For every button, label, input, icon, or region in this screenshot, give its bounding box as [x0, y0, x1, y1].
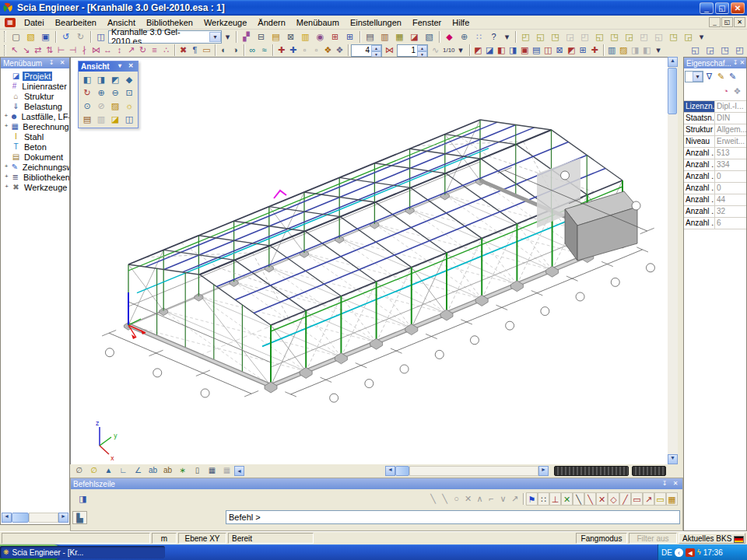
join-members-icon[interactable]: ⋈ — [90, 44, 102, 57]
half-right-icon[interactable]: ◑ — [230, 44, 241, 57]
hscroll-left-icon[interactable]: ◄ — [385, 466, 395, 476]
member-op-7-icon[interactable]: ◫ — [542, 44, 554, 57]
Belastung[interactable]: ⇓ Belastung — [1, 101, 69, 111]
properties-pin-icon[interactable]: ↧ — [733, 59, 738, 68]
viewport-3d-model[interactable]: zyx — [70, 57, 668, 464]
endpoint-snap-icon[interactable]: ╲ — [573, 492, 584, 506]
ucs-window-icon[interactable]: ◫ — [122, 113, 136, 126]
member-op-6-icon[interactable]: ▤ — [531, 44, 542, 57]
table-window2-icon[interactable]: ⊞ — [342, 30, 357, 44]
combobox-caret-icon[interactable]: ▾ — [209, 32, 221, 42]
window-cascade-2-icon[interactable]: ◲ — [703, 44, 717, 57]
mirror-icon[interactable]: ↔ — [102, 44, 114, 57]
extend-icon[interactable]: ⊣ — [67, 44, 79, 57]
new-document-icon[interactable]: ▢ — [9, 30, 23, 44]
tree-expander[interactable]: + — [3, 184, 10, 191]
rotate-icon[interactable]: ↻ — [137, 44, 149, 57]
load-panel-icon[interactable]: ▥ — [606, 44, 618, 57]
Menübaum[interactable]: Menübaum — [291, 16, 345, 29]
cursor-flag-icon[interactable]: ⚑ — [526, 492, 538, 506]
window-cascade-1-icon[interactable]: ◱ — [688, 44, 703, 57]
palette-close-icon[interactable]: ✕ — [126, 62, 135, 71]
plate-tool-1-icon[interactable]: ◰ — [518, 30, 533, 44]
panels-caret[interactable]: ▾ — [653, 44, 665, 57]
scroll-right-icon[interactable]: ► — [58, 513, 68, 523]
status-snap-mode[interactable]: Fangmodus — [576, 533, 627, 544]
plate-tool-5-icon[interactable]: ◰ — [577, 30, 592, 44]
prop-pencil-icon[interactable]: ✎ — [727, 70, 738, 83]
plate-tool-8-icon[interactable]: ◲ — [622, 30, 637, 44]
plate-tool-9-icon[interactable]: ◰ — [637, 30, 651, 44]
hatch-tool-icon[interactable]: ⋈ — [382, 44, 397, 57]
tree-hscrollbar[interactable]: ◄ ► — [2, 513, 68, 523]
collapse-left-icon[interactable]: ◄ — [234, 466, 244, 476]
plate-tool-10-icon[interactable]: ◱ — [651, 30, 666, 44]
property-row[interactable]: Struktur Allgem... — [684, 124, 746, 136]
Stahl[interactable]: Ⅰ Stahl — [1, 131, 69, 142]
export-document-icon[interactable]: ▧ — [422, 30, 437, 44]
viewport-3d[interactable]: zyx Ansicht ▾ ✕ ◧◨◩◆↻⊕⊖⊡⊙⊘▨☼▤▥◪◫ — [70, 57, 668, 464]
view-xz-icon[interactable]: ◧ — [80, 73, 94, 86]
vscroll-thumb[interactable] — [668, 68, 677, 114]
viewport-vscrollbar[interactable]: ▲ ▼ — [668, 57, 678, 464]
half-left-icon[interactable]: ◐ — [218, 44, 230, 57]
prop-pen-icon[interactable]: ✎ — [715, 70, 727, 83]
tree-expander[interactable] — [3, 82, 9, 89]
align-icon[interactable]: ≡ — [149, 44, 160, 57]
properties-combo-caret[interactable]: ▾ — [693, 72, 703, 82]
Ändern[interactable]: Ändern — [252, 16, 290, 29]
command-tab-icon[interactable]: ▙ — [72, 511, 87, 524]
connect-members-icon[interactable]: ⇄ — [32, 44, 44, 57]
open-drawing-icon[interactable]: ▨ — [618, 44, 630, 57]
restore-button[interactable]: ◱ — [715, 2, 729, 14]
approx-connect-icon[interactable]: ≈ — [258, 44, 270, 57]
member-person-icon[interactable]: ¶ — [189, 44, 201, 57]
Werkzeuge[interactable]: + ✖ Werkzeuge — [1, 182, 69, 192]
view-axo-icon[interactable]: ◆ — [122, 73, 136, 86]
edge-snap-icon[interactable]: ╱ — [619, 492, 631, 506]
steps-spinner[interactable]: 1▲▼ — [397, 44, 428, 57]
tree-expander[interactable]: + — [3, 113, 9, 120]
plate-caret[interactable]: ▾ — [696, 30, 707, 44]
labels-abc-solid-icon[interactable]: ab — [160, 464, 175, 478]
dimension-lines-icon[interactable]: ∠ — [131, 464, 146, 478]
viewport-hscrollbar[interactable]: ◄ ► — [385, 466, 549, 476]
rendered-icon[interactable]: ∅ — [86, 464, 101, 478]
property-row[interactable]: Anzahl ... 334 — [684, 159, 746, 171]
toolbar-grip[interactable] — [4, 31, 6, 42]
property-row[interactable]: Anzahl ... 44 — [684, 194, 746, 206]
ghost-4-icon[interactable]: ◧ — [641, 44, 653, 57]
status-filter[interactable]: Filter aus — [629, 533, 677, 544]
prop-filter-icon[interactable]: ∇ — [703, 70, 715, 83]
render-icon[interactable]: ◉ — [313, 30, 328, 44]
gallery-icon[interactable]: ▦ — [392, 30, 407, 44]
plate-tool-4-icon[interactable]: ◲ — [563, 30, 577, 44]
clipboard-shape-icon[interactable]: ◆ — [442, 30, 457, 44]
zoom-window-icon[interactable]: ⊡ — [122, 86, 136, 100]
plane-snap-icon[interactable]: ▭ — [631, 492, 643, 506]
swap-connect-icon[interactable]: ∞ — [247, 44, 258, 57]
property-row[interactable]: Anzahl ... 6 — [684, 218, 746, 229]
tree-expander[interactable]: + — [3, 163, 9, 170]
tree-expander[interactable]: + — [3, 123, 9, 130]
disconnect-members-icon[interactable]: ⇅ — [44, 44, 55, 57]
mdi-minimize-button[interactable]: _ — [709, 17, 721, 27]
light-icon[interactable]: ☼ — [122, 100, 136, 113]
ghost-3-icon[interactable]: ◨ — [630, 44, 641, 57]
plate-tool-11-icon[interactable]: ◳ — [666, 30, 681, 44]
volumes-icon[interactable]: ▯ — [190, 464, 205, 478]
hatch-icon[interactable]: ❖ — [322, 44, 334, 57]
add-blue-icon[interactable]: ✚ — [287, 44, 299, 57]
plate-tool-7-icon[interactable]: ◳ — [607, 30, 622, 44]
scale-caret[interactable]: ▾ — [455, 44, 467, 57]
move-node-icon[interactable]: ↖ — [9, 44, 20, 57]
status-unit[interactable]: m — [152, 533, 177, 544]
Lastfälle, LF-K[interactable]: + ☻ Lastfälle, LF-K — [1, 111, 69, 121]
grid-points-icon[interactable]: ∷ — [472, 30, 486, 44]
tree-expander[interactable] — [3, 143, 10, 150]
Berechnung,[interactable]: + ▦ Berechnung, — [1, 121, 69, 131]
properties-combobox[interactable]: ▾ — [685, 71, 703, 82]
mdi-close-button[interactable]: ✕ — [734, 17, 745, 27]
pin-icon[interactable]: ↧ — [47, 59, 56, 68]
member-op-4-icon[interactable]: ◨ — [507, 44, 519, 57]
